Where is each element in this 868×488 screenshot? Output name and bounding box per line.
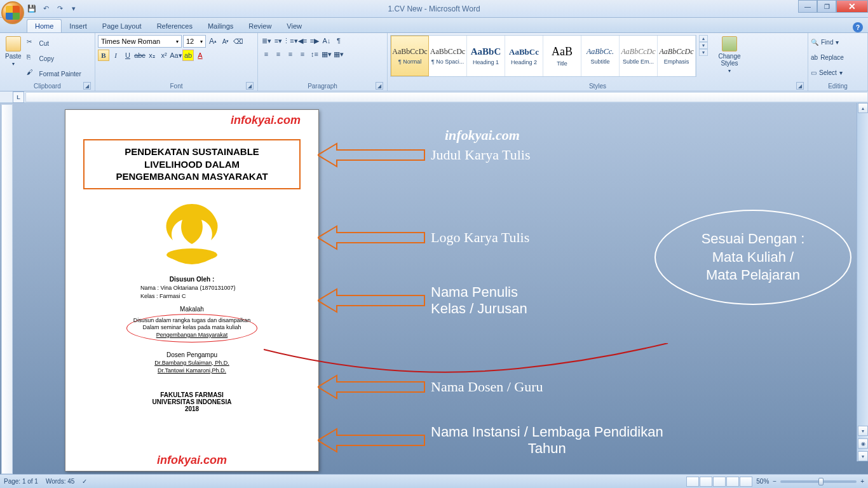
italic-button[interactable]: I [110,50,121,61]
grow-font-icon[interactable]: A▴ [207,36,219,47]
office-button[interactable] [1,1,24,24]
prev-page-icon[interactable]: ◉ [858,438,868,449]
svg-marker-2 [318,226,424,249]
strike-button[interactable]: abc [134,50,146,61]
line-spacing-icon[interactable]: ↕≡ [309,48,320,60]
paste-button[interactable]: Paste▾ [3,35,24,68]
paragraph-launcher[interactable]: ◢ [376,82,383,90]
group-editing: Editing [811,81,865,91]
zoom-slider[interactable] [780,480,857,483]
align-left-icon[interactable]: ≡ [261,48,272,60]
font-size-combo[interactable]: 12▾ [183,35,206,48]
styles-more[interactable]: ▴▾▾ [699,35,708,56]
status-proof-icon[interactable]: ✓ [82,478,87,485]
tab-insert[interactable]: Insert [62,20,95,32]
undo-icon[interactable]: ↶ [39,3,52,15]
inc-indent-icon[interactable]: ≡▶ [309,35,320,46]
styles-gallery[interactable]: AaBbCcDc¶ NormalAaBbCcDc¶ No Spaci...AaB… [390,35,696,77]
font-name-combo[interactable]: Times New Roman▾ [98,35,182,48]
qat-more-icon[interactable]: ▾ [67,3,80,15]
workspace: infokyai.com PENDEKATAN SUSTAINABLE LIVE… [0,103,868,474]
svg-marker-1 [318,144,424,166]
change-case-button[interactable]: Aa▾ [170,50,182,61]
tab-home[interactable]: Home [27,19,62,32]
style--no-spaci-[interactable]: AaBbCcDc¶ No Spaci... [429,36,467,76]
help-icon[interactable]: ? [853,22,863,32]
save-icon[interactable]: 💾 [25,3,38,15]
bold-button[interactable]: B [98,50,109,61]
styles-launcher[interactable]: ◢ [796,82,804,90]
scroll-down-icon[interactable]: ▾ [858,426,868,436]
style-heading-2[interactable]: AaBbCcHeading 2 [505,36,543,76]
scissors-icon: ✂ [27,38,37,48]
style--normal[interactable]: AaBbCcDc¶ Normal [391,36,429,76]
align-center-icon[interactable]: ≡ [273,48,284,60]
borders-icon[interactable]: ▦▾ [333,48,344,60]
font-color-button[interactable]: A [194,50,206,61]
vertical-ruler[interactable] [1,104,13,474]
scroll-up-icon[interactable]: ▴ [858,103,868,113]
full-screen-view[interactable] [700,477,712,487]
web-layout-view[interactable] [713,477,726,487]
clipboard-launcher[interactable]: ◢ [83,82,91,90]
zoom-out-icon[interactable]: − [773,478,776,485]
draft-view[interactable] [740,477,752,487]
shrink-font-icon[interactable]: A▾ [220,36,231,47]
font-launcher[interactable]: ◢ [246,82,254,90]
change-styles-button[interactable]: Change Styles▾ [713,35,746,75]
outline-view[interactable] [726,477,739,487]
vertical-scrollbar[interactable]: ▴ ▾ ◉ ▾ [857,103,868,461]
shading-icon[interactable]: ▦▾ [321,48,332,60]
style-emphasis[interactable]: AaBbCcDcEmphasis [658,36,696,76]
status-zoom[interactable]: 50% [756,478,769,485]
dec-indent-icon[interactable]: ◀≡ [297,35,308,46]
superscript-button[interactable]: x² [158,50,170,61]
redo-icon[interactable]: ↷ [53,3,66,15]
format-painter-button[interactable]: 🖌Format Painter [27,67,81,81]
status-page[interactable]: Page: 1 of 1 [4,478,38,485]
justify-icon[interactable]: ≡ [297,48,308,60]
watermark-bottom: infokyai.com [157,454,227,467]
style-title[interactable]: AaBTitle [543,36,581,76]
copy-button[interactable]: ⎘Copy [27,51,81,65]
ruler-corner[interactable]: L [13,92,24,103]
print-layout-view[interactable] [686,477,699,487]
sort-icon[interactable]: A↓ [321,35,332,46]
tab-view[interactable]: View [279,20,309,32]
minimize-button[interactable]: — [798,0,817,13]
document-canvas[interactable]: infokyai.com PENDEKATAN SUSTAINABLE LIVE… [13,103,868,474]
style-subtitle[interactable]: AaBbCc.Subtitle [581,36,620,76]
multilevel-icon[interactable]: ⋮≡▾ [285,35,296,46]
doc-year: 2018 [83,405,301,412]
numbering-icon[interactable]: ≡▾ [273,35,284,46]
close-button[interactable]: ✕ [836,0,868,13]
bullets-icon[interactable]: ≣▾ [261,35,272,46]
style-heading-1[interactable]: AaBbCHeading 1 [467,36,505,76]
clear-format-icon[interactable]: ⌫ [233,36,244,47]
horizontal-ruler[interactable] [25,92,868,102]
ribbon-tabs: Home Insert Page Layout References Maili… [0,18,868,33]
document-page[interactable]: infokyai.com PENDEKATAN SUSTAINABLE LIVE… [65,109,319,471]
zoom-in-icon[interactable]: + [860,478,864,485]
underline-button[interactable]: U [122,50,133,61]
next-page-icon[interactable]: ▾ [858,451,868,461]
tab-review[interactable]: Review [241,20,279,32]
cut-button[interactable]: ✂Cut [27,36,81,50]
tab-mailings[interactable]: Mailings [200,20,241,32]
maximize-button[interactable]: ❐ [817,0,836,13]
subscript-button[interactable]: x₂ [146,50,158,61]
tab-page-layout[interactable]: Page Layout [95,20,149,32]
find-button[interactable]: 🔍Find ▾ [811,35,839,49]
status-words[interactable]: Words: 45 [46,478,74,485]
group-font: Font◢ [98,81,255,91]
replace-button[interactable]: abReplace [811,50,844,64]
select-button[interactable]: ▭Select ▾ [811,65,843,79]
group-clipboard: Clipboard◢ [3,81,92,91]
doc-makalah-box: Disusun dalam rangka tugas dan disampaik… [126,314,258,342]
show-marks-icon[interactable]: ¶ [333,35,344,46]
align-right-icon[interactable]: ≡ [285,48,296,60]
tab-references[interactable]: References [149,20,200,32]
highlight-button[interactable]: ab [182,50,194,61]
style-subtle-em-[interactable]: AaBbCcDcSubtle Em... [620,36,658,76]
ruler-bar: L [0,92,868,103]
